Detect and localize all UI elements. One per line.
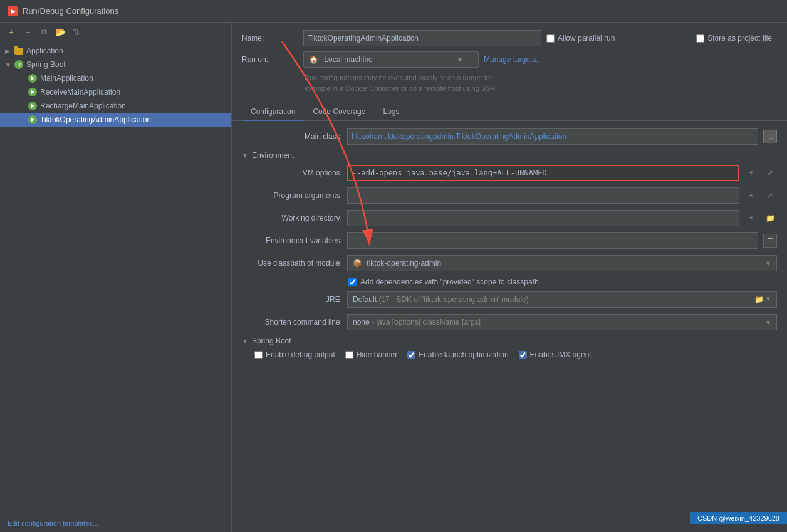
env-vars-input[interactable] (347, 232, 758, 249)
remove-config-button[interactable]: − (21, 26, 34, 38)
tree-item-rechargemainapplication[interactable]: RechargeMainApplication (0, 99, 231, 113)
main-class-row: Main class: … (242, 128, 777, 145)
allow-parallel-checkbox[interactable] (546, 34, 555, 43)
tab-configuration[interactable]: Configuration (242, 103, 304, 121)
add-deps-checkbox[interactable] (348, 278, 357, 286)
working-dir-row: Working directory: + 📁 (242, 210, 777, 226)
watermark: CSDN @weixin_42329628 (690, 512, 787, 524)
tree-item-mainapplication[interactable]: MainApplication (0, 71, 231, 85)
enable-launch-opt-label: Enable launch optimization (407, 350, 508, 359)
springboot-options-row: Enable debug output Hide banner Enable l… (242, 350, 777, 359)
left-panel: + − ⧉ 📂 ⇅ ▶ Application ▼ (0, 23, 232, 532)
tree-item-label-tiktokoperatingadminapplication: TiktokOperatingAdminApplication (40, 115, 151, 124)
dialog-title: Run/Debug Configurations (23, 6, 118, 16)
jre-default-text: Default (353, 295, 377, 304)
edit-templates-link[interactable]: Edit configuration templates... (0, 514, 231, 532)
jre-dropdown[interactable]: Default (17 - SDK of 'tiktok-operating-a… (347, 291, 777, 308)
working-dir-input[interactable] (347, 210, 739, 226)
store-as-project-checkbox[interactable] (696, 34, 704, 43)
app-icon: ▶ (8, 6, 18, 16)
folder-icon-application (14, 46, 24, 56)
add-deps-row: Add dependencies with "provided" scope t… (242, 278, 777, 286)
tab-logs[interactable]: Logs (374, 103, 408, 121)
config-tree: ▶ Application ▼ ↺ Spring Boot (0, 41, 231, 514)
springboot-section-header[interactable]: ▼ Spring Boot (242, 336, 777, 345)
vm-options-label: VM options: (242, 169, 342, 177)
enable-debug-checkbox[interactable] (254, 351, 263, 359)
jre-detail-text: (17 - SDK of 'tiktok-operating-admin' mo… (378, 295, 528, 304)
add-deps-label: Add dependencies with "provided" scope t… (360, 278, 539, 286)
tree-group-springboot[interactable]: ▼ ↺ Spring Boot (0, 58, 231, 71)
program-args-label: Program arguments: (242, 191, 342, 200)
manage-targets-link[interactable]: Manage targets... (484, 55, 542, 64)
shorten-dropdown-arrow: ▼ (765, 319, 771, 326)
classpath-dropdown-arrow: ▼ (765, 260, 771, 267)
svg-text:↺: ↺ (17, 62, 21, 68)
enable-debug-label: Enable debug output (254, 350, 335, 359)
main-class-browse-button[interactable]: … (763, 130, 777, 143)
tree-item-label-receivemainapplication: ReceiveMainApplication (40, 88, 120, 96)
tree-item-tiktokoperatingadminapplication[interactable]: TiktokOperatingAdminApplication (0, 113, 231, 127)
program-args-fullscreen-button[interactable]: ⤢ (763, 189, 777, 202)
shorten-label: Shorten command line: (242, 318, 342, 326)
shorten-value: none (353, 318, 370, 326)
springboot-group-label: Spring Boot (26, 60, 66, 69)
app-run-icon-3 (28, 101, 38, 111)
enable-launch-opt-checkbox[interactable] (407, 351, 415, 359)
dropdown-arrow: ▼ (457, 56, 463, 63)
name-input[interactable] (303, 30, 541, 46)
module-icon: 📦 (353, 259, 362, 268)
store-as-project-label: Store as project file (696, 34, 777, 43)
shorten-detail-text: - java [options] className [args] (372, 318, 481, 326)
classpath-dropdown[interactable]: 📦 tiktok-operating-admin ▼ (347, 255, 777, 271)
program-args-expand-button[interactable]: + (744, 189, 758, 202)
environment-section-header[interactable]: ▼ Environment (242, 151, 777, 160)
expand-arrow-application: ▶ (5, 48, 14, 55)
name-label: Name: (242, 34, 298, 43)
vm-options-row: VM options: + ⤢ (242, 165, 777, 181)
config-content: Main class: … ▼ Environment VM options: … (232, 121, 787, 532)
application-group-label: Application (26, 46, 63, 55)
name-row: Name: Allow parallel run Store as projec… (242, 30, 777, 46)
jre-row: JRE: Default (17 - SDK of 'tiktok-operat… (242, 291, 777, 308)
env-vars-label: Environment variables: (242, 236, 342, 245)
folder-config-button[interactable]: 📂 (54, 26, 66, 38)
vm-options-expand-button[interactable]: + (744, 166, 758, 180)
environment-arrow: ▼ (242, 152, 248, 159)
sort-config-button[interactable]: ⇅ (70, 26, 83, 38)
working-dir-label: Working directory: (242, 214, 342, 222)
copy-config-button[interactable]: ⧉ (38, 26, 50, 38)
working-dir-add-button[interactable]: + (744, 211, 758, 225)
working-dir-browse-button[interactable]: 📁 (763, 211, 777, 225)
main-class-input[interactable] (347, 128, 758, 145)
form-section: Name: Allow parallel run Store as projec… (232, 23, 787, 103)
environment-label: Environment (252, 151, 294, 160)
tab-code-coverage[interactable]: Code Coverage (304, 103, 374, 121)
tree-item-receivemainapplication[interactable]: ReceiveMainApplication (0, 85, 231, 99)
vm-options-fullscreen-button[interactable]: ⤢ (763, 166, 777, 180)
app-run-icon-1 (28, 73, 38, 83)
shorten-dropdown[interactable]: none - java [options] className [args] ▼ (347, 314, 777, 330)
classpath-row: Use classpath of module: 📦 tiktok-operat… (242, 255, 777, 271)
tree-item-label-rechargemainapplication: RechargeMainApplication (40, 102, 126, 110)
run-on-dropdown[interactable]: 🏠 Local machine ▼ (303, 51, 479, 68)
classpath-value: tiktok-operating-admin (367, 259, 441, 268)
env-vars-browse-button[interactable]: ☰ (763, 234, 777, 248)
hide-banner-checkbox[interactable] (345, 351, 353, 359)
tree-item-label-mainapplication: MainApplication (40, 74, 93, 83)
app-run-icon-4 (28, 115, 38, 125)
expand-arrow-springboot: ▼ (5, 61, 14, 68)
enable-jmx-checkbox[interactable] (519, 351, 527, 359)
run-on-value: Local machine (324, 55, 372, 64)
hide-banner-label: Hide banner (345, 350, 397, 359)
title-bar: ▶ Run/Debug Configurations (0, 0, 787, 23)
toolbar: + − ⧉ 📂 ⇅ (0, 23, 231, 41)
vm-options-input[interactable] (347, 165, 739, 181)
tree-group-application[interactable]: ▶ Application (0, 44, 231, 58)
jre-folder-icon: 📁 (754, 295, 764, 304)
allow-parallel-label: Allow parallel run (546, 34, 615, 43)
hint-text: Run configurations may be executed local… (242, 70, 777, 98)
enable-jmx-label: Enable JMX agent (519, 350, 592, 359)
program-args-input[interactable] (347, 187, 739, 204)
add-config-button[interactable]: + (5, 26, 18, 38)
